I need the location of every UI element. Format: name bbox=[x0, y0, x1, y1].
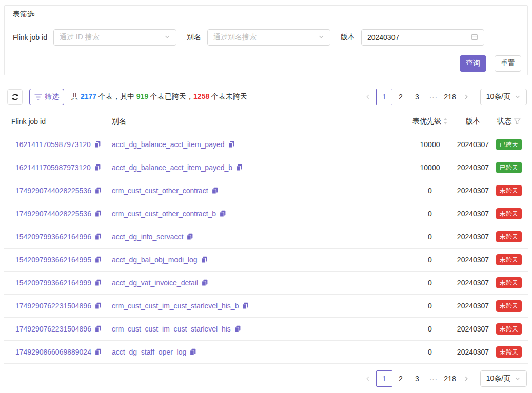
pagination-page-1[interactable]: 1 bbox=[376, 370, 392, 387]
copy-icon[interactable] bbox=[94, 164, 101, 171]
summary-suffix: 个表未跨天 bbox=[209, 92, 247, 100]
alias-link[interactable]: acct_dg_balance_acct_item_payed_b bbox=[112, 163, 232, 172]
page-size-value: 10条/页 bbox=[486, 92, 510, 101]
copy-icon[interactable] bbox=[94, 187, 102, 194]
copy-icon[interactable] bbox=[219, 210, 226, 217]
reset-button[interactable]: 重置 bbox=[495, 55, 521, 72]
alias-link[interactable]: crm_cust_cust_other_contract bbox=[112, 187, 208, 195]
cell-flink-job-id: 1542097993662164999 bbox=[4, 279, 112, 287]
filter-actions-row: 查询 重置 bbox=[5, 52, 527, 75]
copy-icon[interactable] bbox=[211, 187, 219, 194]
cell-alias: acct_dg_balance_acct_item_payed bbox=[112, 140, 404, 149]
cell-priority: 0 bbox=[404, 302, 456, 310]
summary-uncrossed: 1258 bbox=[193, 92, 209, 100]
status-badge: 未跨天 bbox=[496, 254, 522, 265]
flink-job-id-link[interactable]: 1749290762231504896 bbox=[15, 325, 91, 333]
cell-priority: 0 bbox=[404, 210, 456, 218]
copy-icon[interactable] bbox=[94, 233, 102, 240]
copy-icon[interactable] bbox=[94, 141, 101, 148]
alias-link[interactable]: acct_dg_vat_invoice_detail bbox=[112, 279, 198, 287]
status-badge: 未跨天 bbox=[496, 277, 522, 288]
status-badge: 未跨天 bbox=[496, 323, 522, 335]
copy-icon[interactable] bbox=[189, 348, 196, 356]
chevron-left-icon bbox=[365, 94, 371, 100]
copy-icon[interactable] bbox=[201, 256, 208, 263]
pagination-page-3[interactable]: 3 bbox=[409, 89, 425, 105]
pagination-next-button[interactable] bbox=[458, 370, 475, 387]
status-badge: 已跨天 bbox=[496, 139, 522, 150]
alias-link[interactable]: acct_dg_info_servacct bbox=[112, 233, 183, 241]
alias-placeholder: 通过别名搜索 bbox=[213, 33, 318, 42]
table-row: 1749290762231504896crm_cust_cust_im_cust… bbox=[4, 318, 528, 341]
copy-icon[interactable] bbox=[94, 279, 102, 286]
flink-job-id-link[interactable]: 1621411705987973120 bbox=[15, 140, 91, 149]
flink-job-id-link[interactable]: 1749290744028225536 bbox=[15, 210, 91, 218]
copy-icon[interactable] bbox=[186, 233, 193, 240]
flink-job-id-placeholder: 通过 ID 搜索 bbox=[60, 33, 164, 42]
copy-icon[interactable] bbox=[201, 279, 208, 286]
cell-priority: 10000 bbox=[404, 163, 456, 172]
flink-job-id-link[interactable]: 1542097993662164996 bbox=[15, 233, 91, 241]
pagination-page-2[interactable]: 2 bbox=[392, 370, 409, 387]
page-size-value: 10条/页 bbox=[486, 374, 510, 383]
pagination-prev-button[interactable] bbox=[360, 89, 376, 105]
copy-icon[interactable] bbox=[94, 256, 102, 263]
cell-alias: crm_cust_cust_other_contract bbox=[112, 187, 404, 195]
pagination-page-218[interactable]: 218 bbox=[442, 89, 458, 105]
version-date-input[interactable]: 20240307 bbox=[361, 29, 484, 46]
cell-alias: acct_dg_info_servacct bbox=[112, 233, 404, 241]
chevron-right-icon bbox=[463, 376, 469, 382]
pagination-page-3[interactable]: 3 bbox=[409, 370, 425, 387]
alias-link[interactable]: acct_dg_balance_acct_item_payed bbox=[112, 140, 225, 149]
copy-icon[interactable] bbox=[94, 210, 102, 217]
cell-status: 未跨天 bbox=[490, 346, 528, 358]
cell-priority: 0 bbox=[404, 256, 456, 264]
flink-job-id-link[interactable]: 1542097993662164999 bbox=[15, 279, 91, 287]
page-size-select[interactable]: 10条/页 bbox=[480, 370, 527, 387]
alias-link[interactable]: crm_cust_cust_other_contract_b bbox=[112, 210, 216, 218]
table-row: 1621411705987973120acct_dg_balance_acct_… bbox=[4, 133, 528, 156]
pagination-page-2[interactable]: 2 bbox=[392, 89, 409, 105]
cell-version: 20240307 bbox=[456, 140, 490, 149]
flink-job-id-link[interactable]: 1749290762231504896 bbox=[15, 302, 91, 310]
cell-alias: acct_dg_staff_oper_log bbox=[112, 348, 404, 356]
flink-job-id-link[interactable]: 1749290866069889024 bbox=[15, 348, 91, 356]
alias-select[interactable]: 通过别名搜索 bbox=[207, 29, 330, 46]
funnel-icon[interactable] bbox=[514, 118, 521, 125]
alias-link[interactable]: crm_cust_cust_im_cust_starlevel_his_b bbox=[112, 302, 239, 310]
flink-job-id-select[interactable]: 通过 ID 搜索 bbox=[53, 29, 176, 46]
pagination-page-1[interactable]: 1 bbox=[376, 89, 392, 105]
copy-icon[interactable] bbox=[94, 325, 102, 333]
alias-link[interactable]: crm_cust_cust_im_cust_starlevel_his bbox=[112, 325, 231, 333]
query-button[interactable]: 查询 bbox=[460, 55, 486, 72]
pagination-next-button[interactable] bbox=[458, 89, 475, 105]
filter-button[interactable]: 筛选 bbox=[29, 89, 64, 105]
chevron-down-icon bbox=[164, 33, 170, 42]
pagination-page-218[interactable]: 218 bbox=[442, 370, 458, 387]
page-size-select[interactable]: 10条/页 bbox=[480, 89, 527, 105]
refresh-button[interactable] bbox=[7, 89, 23, 105]
status-badge: 未跨天 bbox=[496, 346, 522, 358]
copy-icon[interactable] bbox=[94, 348, 102, 356]
copy-icon[interactable] bbox=[234, 325, 241, 333]
cell-status: 未跨天 bbox=[490, 254, 528, 265]
pagination-prev-button[interactable] bbox=[360, 370, 376, 387]
alias-link[interactable]: acct_dg_bal_obj_modi_log bbox=[112, 256, 198, 264]
copy-icon[interactable] bbox=[94, 302, 102, 309]
flink-job-id-link[interactable]: 1621411705987973120 bbox=[15, 163, 91, 172]
summary-mid1: 个表，其中 bbox=[96, 92, 136, 100]
table-row: 1749290744028225536crm_cust_cust_other_c… bbox=[4, 202, 528, 225]
sort-carets-icon[interactable] bbox=[443, 118, 447, 125]
alias-link[interactable]: acct_dg_staff_oper_log bbox=[112, 348, 186, 356]
cell-flink-job-id: 1749290762231504896 bbox=[4, 302, 112, 310]
flink-job-id-link[interactable]: 1542097993662164995 bbox=[15, 256, 91, 264]
copy-icon[interactable] bbox=[228, 141, 235, 148]
flink-job-id-link[interactable]: 1749290744028225536 bbox=[15, 187, 91, 195]
cell-priority: 10000 bbox=[404, 140, 456, 149]
toolbar: 筛选 共 2177 个表，其中 919 个表已跨天，1258 个表未跨天 123… bbox=[4, 88, 528, 106]
copy-icon[interactable] bbox=[235, 164, 243, 171]
copy-icon[interactable] bbox=[242, 302, 249, 309]
field-alias: 别名 通过别名搜索 bbox=[187, 29, 330, 46]
column-header-version: 版本 bbox=[456, 117, 490, 126]
summary-prefix: 共 bbox=[71, 92, 81, 100]
